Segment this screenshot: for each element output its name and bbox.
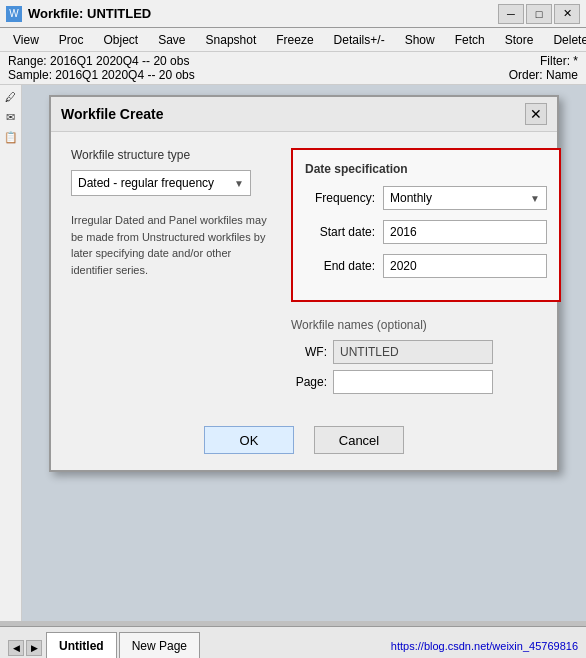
date-spec-title: Date specification: [305, 162, 547, 176]
sidebar-icon-3: 📋: [3, 129, 19, 145]
dialog-left-panel: Workfile structure type Dated - regular …: [71, 148, 271, 400]
info-left: Range: 2016Q1 2020Q4 -- 20 obs Sample: 2…: [8, 54, 195, 82]
menu-fetch[interactable]: Fetch: [446, 30, 494, 50]
tab-new-page[interactable]: New Page: [119, 632, 200, 658]
menu-snapshot[interactable]: Snapshot: [197, 30, 266, 50]
dialog-title: Workfile Create: [61, 106, 163, 122]
menu-freeze[interactable]: Freeze: [267, 30, 322, 50]
dialog-title-bar: Workfile Create ✕: [51, 97, 557, 132]
tab-untitled-label: Untitled: [59, 639, 104, 653]
info-bar: Range: 2016Q1 2020Q4 -- 20 obs Sample: 2…: [0, 52, 586, 85]
names-section: Workfile names (optional) WF: Page:: [291, 318, 561, 394]
tab-nav-right[interactable]: ▶: [26, 640, 42, 656]
app-icon: W: [6, 6, 22, 22]
end-date-input[interactable]: [383, 254, 547, 278]
page-input[interactable]: [333, 370, 493, 394]
start-date-input[interactable]: [383, 220, 547, 244]
dialog-body: Workfile structure type Dated - regular …: [51, 132, 557, 416]
menu-proc[interactable]: Proc: [50, 30, 93, 50]
start-date-row: Start date:: [305, 220, 547, 244]
dialog-right-panel: Date specification Frequency: Monthly ▼ …: [291, 148, 561, 400]
minimize-button[interactable]: ─: [498, 4, 524, 24]
frequency-dropdown-arrow: ▼: [530, 193, 540, 204]
dialog-overlay: Workfile Create ✕ Workfile structure typ…: [22, 85, 586, 621]
title-bar: W Workfile: UNTITLED ─ □ ✕: [0, 0, 586, 28]
filter-info: Filter: *: [509, 54, 578, 68]
menu-show[interactable]: Show: [396, 30, 444, 50]
menu-view[interactable]: View: [4, 30, 48, 50]
frequency-value: Monthly: [390, 191, 432, 205]
range-info: Range: 2016Q1 2020Q4 -- 20 obs: [8, 54, 195, 68]
close-button[interactable]: ✕: [554, 4, 580, 24]
structure-value: Dated - regular frequency: [78, 176, 214, 190]
menu-save[interactable]: Save: [149, 30, 194, 50]
order-info: Order: Name: [509, 68, 578, 82]
tab-nav-buttons: ◀ ▶: [8, 640, 42, 658]
menu-details[interactable]: Details+/-: [325, 30, 394, 50]
sample-info: Sample: 2016Q1 2020Q4 -- 20 obs: [8, 68, 195, 82]
workfile-create-dialog: Workfile Create ✕ Workfile structure typ…: [49, 95, 559, 472]
cancel-button[interactable]: Cancel: [314, 426, 404, 454]
page-row: Page:: [291, 370, 561, 394]
wf-label: WF:: [291, 345, 327, 359]
main-area: 🖊 ✉ 📋 Workfile Create ✕ Workfile structu…: [0, 85, 586, 621]
dialog-close-button[interactable]: ✕: [525, 103, 547, 125]
tab-bar: ◀ ▶ Untitled New Page https://blog.csdn.…: [0, 626, 586, 658]
page-label: Page:: [291, 375, 327, 389]
tab-new-page-label: New Page: [132, 639, 187, 653]
frequency-row: Frequency: Monthly ▼: [305, 186, 547, 210]
frequency-label: Frequency:: [305, 191, 375, 205]
menu-delete[interactable]: Delete: [544, 30, 586, 50]
window-controls: ─ □ ✕: [498, 4, 580, 24]
menu-store[interactable]: Store: [496, 30, 543, 50]
title-bar-left: W Workfile: UNTITLED: [6, 6, 151, 22]
sidebar-icon-1: 🖊: [3, 89, 19, 105]
tab-status-url: https://blog.csdn.net/weixin_45769816: [391, 640, 578, 652]
content-area: Workfile Create ✕ Workfile structure typ…: [22, 85, 586, 621]
end-date-row: End date:: [305, 254, 547, 278]
sidebar-icon-2: ✉: [3, 109, 19, 125]
structure-label: Workfile structure type: [71, 148, 271, 162]
structure-dropdown[interactable]: Dated - regular frequency ▼: [71, 170, 251, 196]
dialog-footer: OK Cancel: [51, 416, 557, 470]
maximize-button[interactable]: □: [526, 4, 552, 24]
start-date-label: Start date:: [305, 225, 375, 239]
frequency-dropdown[interactable]: Monthly ▼: [383, 186, 547, 210]
tab-nav-left[interactable]: ◀: [8, 640, 24, 656]
menu-bar: View Proc Object Save Snapshot Freeze De…: [0, 28, 586, 52]
ok-button[interactable]: OK: [204, 426, 294, 454]
info-right: Filter: * Order: Name: [509, 54, 578, 82]
date-spec-box: Date specification Frequency: Monthly ▼ …: [291, 148, 561, 302]
window-title: Workfile: UNTITLED: [28, 6, 151, 21]
info-text: Irregular Dated and Panel workfiles may …: [71, 212, 271, 278]
names-title: Workfile names (optional): [291, 318, 561, 332]
end-date-label: End date:: [305, 259, 375, 273]
sidebar: 🖊 ✉ 📋: [0, 85, 22, 621]
wf-input[interactable]: [333, 340, 493, 364]
wf-row: WF:: [291, 340, 561, 364]
structure-dropdown-arrow: ▼: [234, 178, 244, 189]
tab-untitled[interactable]: Untitled: [46, 632, 117, 658]
menu-object[interactable]: Object: [94, 30, 147, 50]
